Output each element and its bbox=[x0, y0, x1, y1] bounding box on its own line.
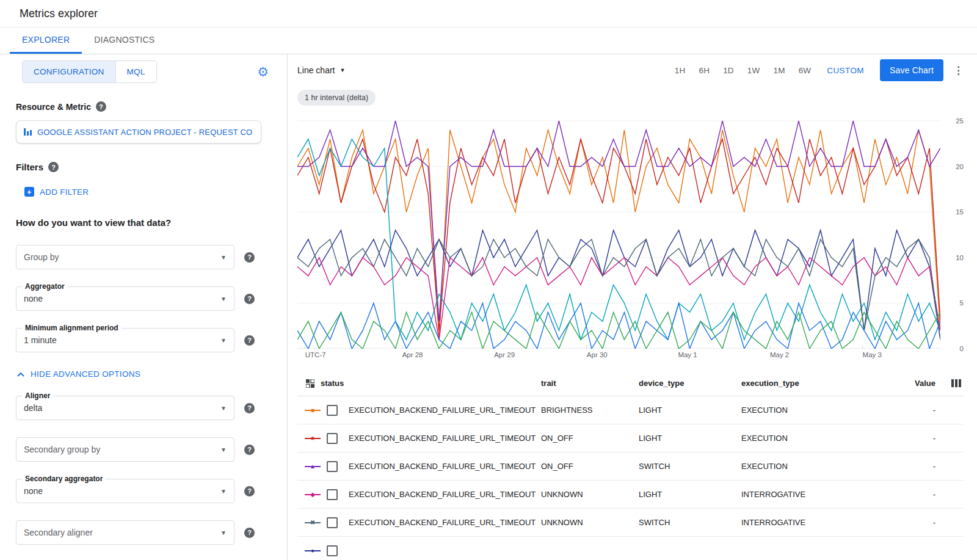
range-1w-button[interactable]: 1W bbox=[747, 66, 760, 75]
chart-plot-area bbox=[297, 112, 940, 349]
help-icon[interactable]: ? bbox=[244, 294, 255, 304]
cell-value: - bbox=[899, 462, 935, 471]
row-checkbox[interactable] bbox=[327, 433, 338, 444]
x-axis-label: Apr 30 bbox=[587, 351, 608, 358]
save-chart-button[interactable]: Save Chart bbox=[880, 59, 943, 81]
cell-device-type: SWITCH bbox=[639, 518, 741, 527]
col-header-execution-type[interactable]: execution_type bbox=[741, 379, 899, 388]
group-by-placeholder: Group by bbox=[24, 252, 59, 262]
cell-trait: ON_OFF bbox=[541, 434, 639, 443]
cell-status: EXECUTION_BACKEND_FAILURE_URL_TIMEOUT bbox=[349, 405, 541, 415]
aligner-label: Aligner bbox=[22, 391, 53, 400]
y-axis-label: 25 bbox=[956, 117, 964, 125]
row-checkbox[interactable] bbox=[327, 489, 338, 500]
x-axis-label: Apr 28 bbox=[402, 351, 423, 358]
selected-metric-label: GOOGLE ASSISTANT ACTION PROJECT - REQUES… bbox=[37, 128, 253, 137]
range-1m-button[interactable]: 1M bbox=[773, 66, 785, 75]
secondary-aligner-dropdown[interactable]: Secondary aligner ▼ bbox=[16, 520, 234, 545]
grid-icon[interactable] bbox=[306, 379, 314, 388]
help-icon[interactable]: ? bbox=[48, 162, 59, 172]
help-icon[interactable]: ? bbox=[244, 445, 255, 455]
series-marker-circle-icon: ● bbox=[305, 547, 321, 555]
min-alignment-period-dropdown[interactable]: Minimum alignment period 1 minute ▼ bbox=[16, 328, 234, 352]
cell-execution-type: INTERROGATIVE bbox=[741, 490, 899, 499]
interval-chip[interactable]: 1 hr interval (delta) bbox=[297, 90, 376, 106]
row-checkbox[interactable] bbox=[327, 517, 338, 528]
help-icon[interactable]: ? bbox=[244, 528, 255, 538]
chevron-down-icon: ▼ bbox=[220, 405, 227, 412]
cell-execution-type: EXECUTION bbox=[741, 462, 899, 471]
table-body: ■EXECUTION_BACKEND_FAILURE_URL_TIMEOUTBR… bbox=[297, 396, 964, 560]
col-header-device-type[interactable]: device_type bbox=[639, 379, 741, 388]
cell-status: EXECUTION_BACKEND_FAILURE_URL_TIMEOUT bbox=[349, 434, 541, 443]
mql-tab[interactable]: MQL bbox=[115, 61, 156, 82]
mode-segmented-control: CONFIGURATION MQL bbox=[22, 60, 157, 83]
filters-label: Filters bbox=[16, 162, 43, 172]
configuration-tab[interactable]: CONFIGURATION bbox=[23, 61, 115, 82]
metric-selector-button[interactable]: GOOGLE ASSISTANT ACTION PROJECT - REQUES… bbox=[16, 120, 261, 144]
chart-panel: Line chart ▼ 1H 6H 1D 1W 1M 6W CUSTOM Sa… bbox=[288, 54, 977, 560]
chart-type-dropdown[interactable]: Line chart ▼ bbox=[297, 65, 345, 75]
range-custom-button[interactable]: CUSTOM bbox=[827, 66, 864, 75]
series-marker-triangle-icon: ▲ bbox=[305, 462, 321, 471]
secondary-aggregator-dropdown[interactable]: Secondary aggregator none ▼ bbox=[16, 479, 234, 503]
chevron-down-icon: ▼ bbox=[220, 446, 227, 453]
range-6w-button[interactable]: 6W bbox=[799, 66, 812, 75]
hide-advanced-options-label: HIDE ADVANCED OPTIONS bbox=[31, 369, 140, 379]
range-6h-button[interactable]: 6H bbox=[699, 66, 710, 75]
secondary-aligner-placeholder: Secondary aligner bbox=[24, 528, 93, 537]
cell-value: - bbox=[899, 518, 935, 527]
x-axis-label: Apr 29 bbox=[494, 351, 515, 358]
y-axis-label: 5 bbox=[960, 299, 964, 307]
row-checkbox[interactable] bbox=[327, 545, 338, 556]
settings-gear-icon[interactable]: ⚙ bbox=[257, 65, 269, 78]
aligner-value: delta bbox=[24, 403, 42, 413]
aggregator-value: none bbox=[24, 294, 43, 304]
help-icon[interactable]: ? bbox=[244, 403, 255, 413]
cell-device-type: LIGHT bbox=[639, 405, 741, 415]
help-icon[interactable]: ? bbox=[96, 101, 106, 112]
aggregator-dropdown[interactable]: Aggregator none ▼ bbox=[16, 286, 234, 311]
table-row: ★EXECUTION_BACKEND_FAILURE_URL_TIMEOUTON… bbox=[297, 424, 964, 453]
tab-explorer[interactable]: EXPLORER bbox=[10, 27, 82, 54]
range-1d-button[interactable]: 1D bbox=[723, 66, 734, 75]
page-title: Metrics explorer bbox=[20, 7, 98, 20]
table-row: ✖EXECUTION_BACKEND_FAILURE_URL_TIMEOUTUN… bbox=[297, 509, 964, 537]
chart-toolbar: Line chart ▼ 1H 6H 1D 1W 1M 6W CUSTOM Sa… bbox=[288, 54, 977, 86]
more-options-icon[interactable]: ⋮ bbox=[953, 64, 964, 77]
col-header-status[interactable]: status bbox=[321, 379, 344, 388]
columns-icon[interactable] bbox=[951, 379, 961, 387]
hide-advanced-options-toggle[interactable]: HIDE ADVANCED OPTIONS bbox=[17, 369, 271, 379]
add-filter-label: ADD FILTER bbox=[40, 187, 89, 197]
col-header-value[interactable]: Value bbox=[899, 379, 935, 388]
x-axis-label: May 3 bbox=[863, 351, 882, 358]
tab-diagnostics[interactable]: DIAGNOSTICS bbox=[82, 27, 167, 54]
group-by-dropdown[interactable]: Group by ▼ bbox=[16, 245, 234, 269]
cell-status: EXECUTION_BACKEND_FAILURE_URL_TIMEOUT bbox=[349, 462, 541, 471]
row-checkbox[interactable] bbox=[327, 405, 338, 416]
min-alignment-period-label: Minimum alignment period bbox=[22, 324, 122, 332]
range-1h-button[interactable]: 1H bbox=[675, 66, 686, 75]
cell-status: EXECUTION_BACKEND_FAILURE_URL_TIMEOUT bbox=[349, 490, 541, 499]
cell-status: EXECUTION_BACKEND_FAILURE_URL_TIMEOUT bbox=[349, 518, 541, 527]
help-icon[interactable]: ? bbox=[244, 252, 255, 263]
series-marker-star-icon: ★ bbox=[305, 434, 321, 443]
chevron-down-icon: ▼ bbox=[220, 337, 227, 344]
secondary-group-by-dropdown[interactable]: Secondary group by ▼ bbox=[16, 437, 234, 462]
table-row: ◆EXECUTION_BACKEND_FAILURE_URL_TIMEOUTUN… bbox=[297, 481, 964, 509]
cell-trait: BRIGHTNESS bbox=[541, 405, 639, 415]
help-icon[interactable]: ? bbox=[244, 486, 255, 496]
line-chart[interactable]: 0510152025 UTC-7Apr 28Apr 29Apr 30May 1M… bbox=[297, 112, 964, 363]
help-icon[interactable]: ? bbox=[244, 335, 255, 346]
cell-device-type: SWITCH bbox=[639, 462, 741, 471]
top-header: Metrics explorer bbox=[0, 0, 977, 27]
col-header-trait[interactable]: trait bbox=[541, 379, 639, 388]
series-table: status trait device_type execution_type … bbox=[297, 371, 964, 560]
resource-metric-label: Resource & Metric bbox=[16, 102, 91, 112]
add-filter-button[interactable]: + ADD FILTER bbox=[24, 187, 271, 197]
row-checkbox[interactable] bbox=[327, 461, 338, 472]
series-marker-x-icon: ✖ bbox=[305, 518, 321, 527]
bar-chart-icon bbox=[24, 128, 32, 136]
aligner-dropdown[interactable]: Aligner delta ▼ bbox=[16, 396, 234, 420]
metrics-explorer-app: Metrics explorer EXPLORER DIAGNOSTICS CO… bbox=[0, 0, 977, 560]
